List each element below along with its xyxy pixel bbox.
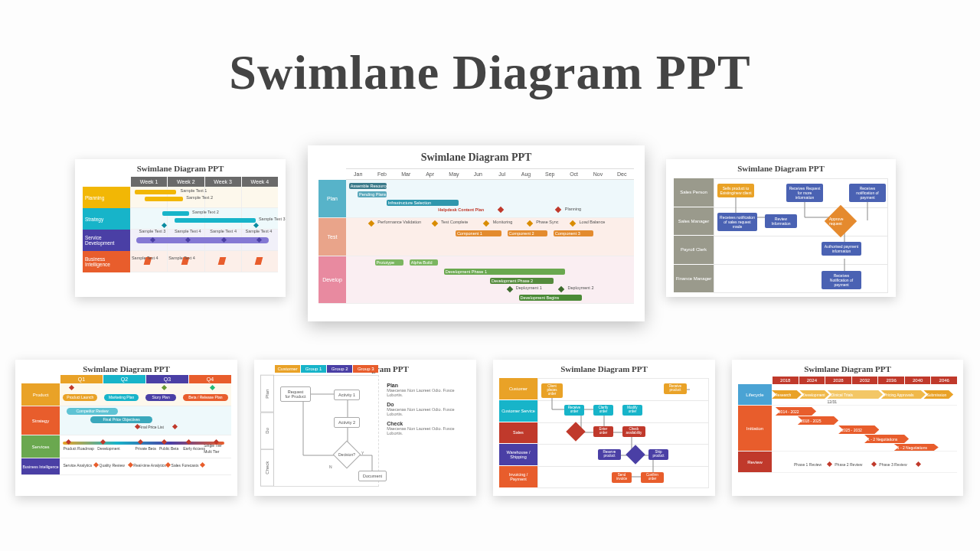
node: Confirm order	[641, 472, 664, 483]
node: Authorised payment information	[822, 242, 861, 256]
slide-order-flow[interactable]: Swimlane Diagram PPT Customer Customer S…	[493, 360, 715, 496]
lane-review: Review	[738, 452, 772, 472]
label: Development	[97, 446, 119, 451]
text-plan-h: Plan	[387, 383, 467, 388]
month: Oct	[562, 169, 586, 179]
slide-months-gantt[interactable]: Swimlane Diagram PPT Jan Feb Mar Apr May…	[308, 145, 645, 321]
lane-test: Test	[318, 218, 346, 256]
group-3: Group 3	[352, 365, 378, 373]
role-cs: Customer Service	[499, 400, 537, 422]
node: Receive order	[564, 405, 584, 416]
month: Dec	[610, 169, 634, 179]
bar: Competitor Review	[67, 408, 118, 415]
slide-title: Swimlane Diagram PPT	[732, 360, 963, 375]
slide-role-flowchart[interactable]: Swimlane Diagram PPT Sales Person Sales …	[666, 159, 896, 297]
sample-text: Sample Text 1	[181, 188, 207, 193]
lane-develop: Develop	[318, 256, 346, 303]
node: Clarify order	[593, 405, 613, 416]
month: Mar	[394, 169, 418, 179]
bar: Pending Plans	[358, 191, 387, 197]
month: Nov	[586, 169, 609, 179]
slide-title: Swimlane Diagram PPT	[75, 159, 286, 175]
label: Phase Sync	[536, 220, 558, 224]
label: Monitoring	[493, 220, 513, 224]
node: Ship product	[648, 449, 668, 460]
sample-text: Sample Text 2	[186, 195, 213, 200]
month: Feb	[370, 169, 394, 179]
label: Final Price List	[139, 425, 164, 429]
lane-planning: Planning	[83, 187, 130, 208]
label: Product Roadmap	[63, 446, 93, 451]
label: Multi Tier	[204, 449, 219, 454]
role-invoicing: Invoicing / Payment	[499, 466, 537, 488]
bar: 2018 - 2025	[798, 416, 838, 425]
month: Jul	[490, 169, 514, 179]
label: Deployment 1	[516, 285, 542, 290]
node-document: Document	[358, 471, 387, 481]
label: Private Beta	[136, 446, 156, 451]
bar: 1 - 2 Negotiations	[864, 435, 909, 443]
bar: Development Phase 1	[444, 269, 565, 275]
month: Jan	[346, 169, 370, 179]
col-q1: Q1	[60, 375, 103, 383]
text-do-p: Maecenas Non Laoreet Odio. Fusce Loborti…	[387, 407, 467, 416]
lane-bi: Business Intelligence	[21, 458, 60, 474]
role-payroll-clerk: Payroll Clerk	[674, 236, 714, 265]
text-plan-p: Maecenas Non Laoreet Odio. Fusce Loborti…	[387, 388, 467, 397]
label-no: N	[329, 465, 332, 469]
label: Test Complete	[441, 220, 468, 224]
sample-text: Sample Text 3	[139, 229, 166, 233]
year: 2028	[825, 377, 851, 384]
label: Quality Review	[100, 463, 125, 468]
lane-initiation: Initiation	[738, 406, 772, 451]
node: Receives Request for more information	[786, 184, 823, 202]
stage-development: Development	[799, 390, 829, 399]
stage-submission: Submission	[923, 390, 953, 399]
node: Receives notification of payment	[849, 184, 886, 202]
node: Receives notification of sales request m…	[717, 213, 757, 231]
label: Service Analytics	[63, 463, 92, 468]
col-week3: Week 3	[204, 177, 241, 187]
month: May	[442, 169, 466, 179]
node: Enter order	[593, 426, 613, 437]
label-yes: Y	[361, 451, 364, 455]
slide-weeks-gantt[interactable]: Swimlane Diagram PPT Week 1 Week 2 Week …	[75, 159, 286, 297]
node-activity1: Activity 1	[334, 390, 360, 400]
sample-text: Sample Text 4	[175, 229, 201, 233]
bar: Component 2	[508, 230, 548, 236]
label: Performance Validation	[377, 220, 421, 224]
year: 2032	[851, 377, 878, 384]
label: Early Access	[183, 446, 205, 451]
bar: Assemble Resources	[349, 183, 387, 189]
role-warehouse: Warehouse / Shipping	[499, 444, 537, 466]
slide-pdca-flow[interactable]: Swimlane Diagram PPT Plan Do Check Custo…	[254, 360, 476, 496]
bar: Final Price Objectives	[90, 416, 152, 423]
sample-text: Sample Text 2	[192, 210, 219, 214]
bar: Development Begins	[519, 295, 583, 301]
node: Reserve product	[598, 449, 621, 460]
role-finance-manager: Finance Manager	[674, 265, 714, 294]
slide-quarter-roadmap[interactable]: Swimlane Diagram PPT Q1 Q2 Q3 Q4 Product…	[15, 360, 237, 496]
sample-text: Sample Text 4	[168, 256, 195, 260]
label: Phase 3 Review	[879, 462, 906, 467]
lane-services: Services	[21, 435, 60, 458]
month: Jun	[466, 169, 490, 179]
lane-service-dev: Service Development	[83, 230, 130, 251]
slide-years-roadmap[interactable]: Swimlane Diagram PPT 2018 2024 2028 2032…	[732, 360, 963, 496]
label: 12/31	[828, 399, 838, 404]
vtab-check: Check	[260, 449, 274, 487]
node-request: Request for Product	[280, 386, 311, 402]
text-do-h: Do	[387, 402, 467, 407]
year: 2018	[772, 377, 799, 384]
label: Phase 2 Review	[835, 462, 862, 467]
label: Helpdesk Content Plan	[438, 207, 484, 212]
label: Deployment 2	[568, 285, 594, 290]
stage-pricing: Pricing Approvals	[881, 390, 926, 399]
node: Receive product	[664, 383, 687, 394]
vtab-do: Do	[260, 412, 274, 450]
bar: Alpha Build	[410, 259, 439, 266]
label: Load Balance	[580, 220, 606, 224]
month: Apr	[418, 169, 442, 179]
bar: 2014 - 2022	[776, 407, 816, 416]
col-q2: Q2	[103, 375, 145, 383]
